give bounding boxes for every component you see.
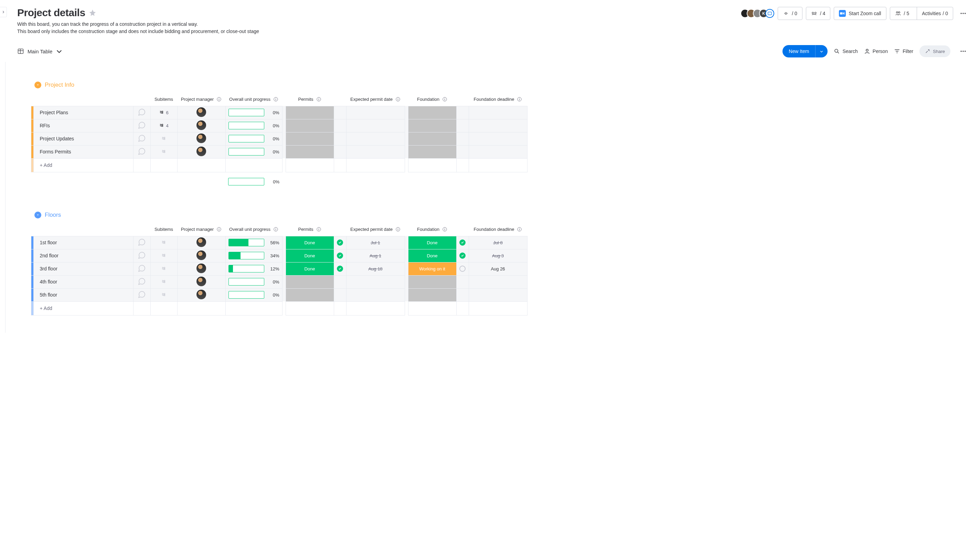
column-header-foundation[interactable]: Foundation — [408, 223, 456, 236]
board-members-avatars[interactable]: K — [740, 9, 774, 18]
item-progress[interactable]: 0% — [225, 288, 282, 301]
item-name[interactable]: RFIs — [33, 119, 133, 132]
item-subitems[interactable] — [150, 145, 177, 158]
item-permit-date[interactable]: Jul 1 — [346, 236, 405, 249]
status-empty[interactable] — [286, 132, 334, 145]
item-subitems[interactable] — [150, 249, 177, 262]
table-row[interactable]: RFIs 4 0% — [17, 119, 527, 132]
item-permit-date[interactable] — [346, 288, 405, 301]
status-done[interactable]: Done — [286, 250, 334, 262]
item-foundation-deadline[interactable] — [469, 106, 527, 119]
item-progress[interactable]: 0% — [225, 145, 282, 158]
table-row[interactable]: 1st floor 56% Done Jul 1 Done Jul 8 — [17, 236, 527, 249]
item-subitems[interactable] — [150, 275, 177, 288]
item-chat[interactable] — [133, 236, 150, 249]
item-permit-date[interactable]: Aug 18 — [346, 262, 405, 275]
item-foundation-deadline[interactable]: Aug 26 — [469, 262, 527, 275]
group-name[interactable]: Project Info — [45, 81, 74, 88]
share-button[interactable]: Share — [920, 45, 950, 57]
column-header-progress[interactable]: Overall unit progress — [225, 223, 282, 236]
item-project-manager[interactable] — [177, 236, 225, 249]
item-progress[interactable]: 34% — [225, 249, 282, 262]
status-working[interactable]: Working on it — [409, 262, 456, 275]
status-empty[interactable] — [409, 275, 456, 288]
status-done[interactable]: Done — [286, 236, 334, 249]
status-empty[interactable] — [409, 106, 456, 119]
item-name[interactable]: 1st floor — [33, 236, 133, 249]
item-subitems[interactable] — [150, 132, 177, 145]
item-subitems[interactable] — [150, 262, 177, 275]
item-chat[interactable] — [133, 288, 150, 301]
column-header-progress[interactable]: Overall unit progress — [225, 93, 282, 106]
item-progress[interactable]: 12% — [225, 262, 282, 275]
item-foundation-deadline[interactable]: Aug 3 — [469, 249, 527, 262]
item-subitems[interactable] — [150, 288, 177, 301]
table-row[interactable]: 2nd floor 34% Done Aug 1 Done Aug 3 — [17, 249, 527, 262]
item-chat[interactable] — [133, 275, 150, 288]
group-collapse-toggle[interactable] — [34, 81, 41, 88]
item-project-manager[interactable] — [177, 119, 225, 132]
item-project-manager[interactable] — [177, 262, 225, 275]
column-header-subitems[interactable]: Subitems — [150, 223, 177, 236]
table-row[interactable]: Project Plans 6 0% — [17, 106, 527, 119]
column-header-permits[interactable]: Permits — [286, 93, 334, 106]
column-header-permits[interactable]: Permits — [286, 223, 334, 236]
item-foundation-deadline[interactable] — [469, 288, 527, 301]
status-empty[interactable] — [286, 119, 334, 132]
column-header-pm[interactable]: Project manager — [177, 223, 225, 236]
filter-button[interactable]: Filter — [894, 48, 913, 54]
column-header-pm[interactable]: Project manager — [177, 93, 225, 106]
item-permit-date[interactable] — [346, 275, 405, 288]
status-empty[interactable] — [409, 119, 456, 132]
item-foundation-deadline[interactable] — [469, 119, 527, 132]
status-empty[interactable] — [409, 146, 456, 158]
item-name[interactable]: Project Plans — [33, 106, 133, 119]
item-project-manager[interactable] — [177, 106, 225, 119]
item-chat[interactable] — [133, 262, 150, 275]
item-permit-date[interactable] — [346, 119, 405, 132]
table-row[interactable]: 3rd floor 12% Done Aug 18 Working on it … — [17, 262, 527, 275]
column-header-permit-date[interactable]: Expected permit date — [346, 223, 405, 236]
item-progress[interactable]: 0% — [225, 275, 282, 288]
item-foundation-deadline[interactable] — [469, 145, 527, 158]
item-name[interactable]: 3rd floor — [33, 262, 133, 275]
group-collapse-toggle[interactable] — [34, 212, 41, 218]
integration-a-button[interactable]: / 0 — [778, 7, 802, 20]
expand-sidebar-button[interactable] — [0, 7, 7, 17]
item-chat[interactable] — [133, 119, 150, 132]
item-chat[interactable] — [133, 106, 150, 119]
integration-b-button[interactable]: / 4 — [806, 7, 830, 20]
column-header-foundation-deadline[interactable]: Foundation deadline — [469, 93, 527, 106]
add-item-row[interactable]: + Add — [17, 158, 527, 172]
item-chat[interactable] — [133, 132, 150, 145]
status-empty[interactable] — [286, 275, 334, 288]
page-title[interactable]: Project details — [17, 7, 85, 19]
item-progress[interactable]: 0% — [225, 132, 282, 145]
column-header-foundation-deadline[interactable]: Foundation deadline — [469, 223, 527, 236]
item-progress[interactable]: 0% — [225, 119, 282, 132]
item-subitems[interactable]: 6 — [150, 106, 177, 119]
group-name[interactable]: Floors — [45, 212, 61, 218]
members-activities-button[interactable]: / 5 Activities / 0 — [890, 7, 953, 20]
table-row[interactable]: Forms Permits 0% — [17, 145, 527, 158]
status-empty[interactable] — [409, 289, 456, 301]
item-name[interactable]: 4th floor — [33, 275, 133, 288]
column-header-permit-date[interactable]: Expected permit date — [346, 93, 405, 106]
new-item-button[interactable]: New Item — [783, 45, 827, 57]
status-empty[interactable] — [286, 146, 334, 158]
item-name[interactable]: Project Updates — [33, 132, 133, 145]
item-permit-date[interactable] — [346, 145, 405, 158]
item-name[interactable]: 5th floor — [33, 288, 133, 301]
toolbar-more-button[interactable] — [956, 45, 970, 58]
item-foundation-deadline[interactable]: Jul 8 — [469, 236, 527, 249]
status-done[interactable]: Done — [409, 236, 456, 249]
item-subitems[interactable] — [150, 236, 177, 249]
add-item-row[interactable]: + Add — [17, 301, 527, 315]
person-filter-button[interactable]: Person — [864, 48, 888, 54]
item-project-manager[interactable] — [177, 249, 225, 262]
item-chat[interactable] — [133, 249, 150, 262]
status-done[interactable]: Done — [286, 262, 334, 275]
item-project-manager[interactable] — [177, 288, 225, 301]
item-name[interactable]: 2nd floor — [33, 249, 133, 262]
item-permit-date[interactable] — [346, 132, 405, 145]
